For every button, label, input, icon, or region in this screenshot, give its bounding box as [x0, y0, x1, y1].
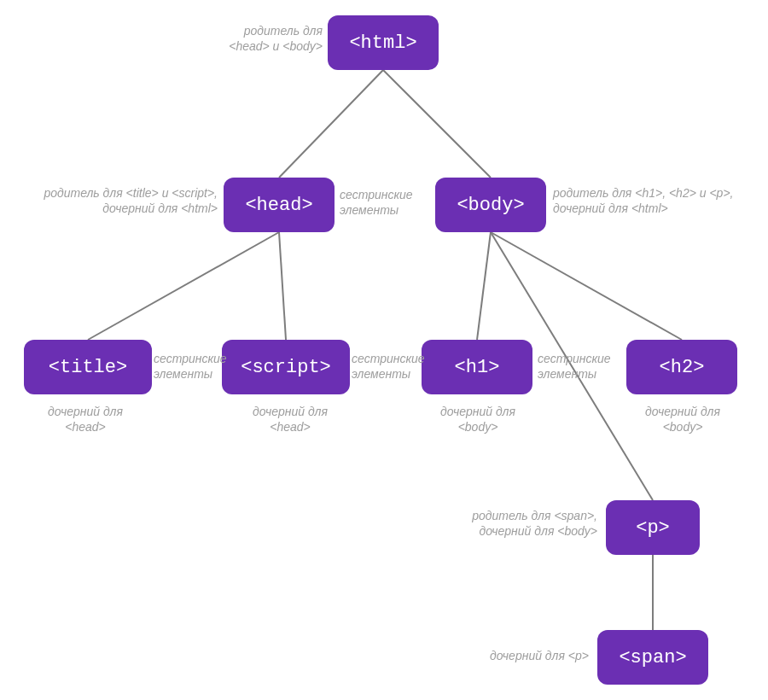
svg-line-3	[279, 232, 286, 340]
node-label: <head>	[245, 195, 312, 216]
node-script: <script>	[222, 340, 350, 394]
svg-line-2	[88, 232, 279, 340]
annotation-html: родитель для<head> и <body>	[213, 24, 323, 54]
annotation-h2-child: дочерний для<body>	[631, 405, 734, 435]
node-body: <body>	[435, 178, 546, 232]
annotation-span: дочерний для <p>	[478, 649, 589, 664]
node-label: <script>	[241, 357, 331, 378]
annotation-siblings-hb: сестринскиеэлементы	[340, 188, 430, 218]
svg-line-0	[279, 70, 383, 178]
svg-line-1	[383, 70, 491, 178]
node-html: <html>	[328, 15, 439, 70]
node-label: <h2>	[660, 357, 705, 378]
annotation-siblings-sh1: сестринскиеэлементы	[352, 352, 420, 382]
node-label: <span>	[619, 647, 686, 668]
node-label: <h1>	[455, 357, 500, 378]
node-p: <p>	[606, 500, 700, 555]
node-label: <title>	[49, 357, 127, 378]
node-title: <title>	[24, 340, 152, 394]
node-label: <p>	[636, 517, 670, 539]
annotation-body: родитель для <h1>, <h2> и <p>,дочерний д…	[553, 186, 749, 216]
annotation-siblings-ts: сестринскиеэлементы	[154, 352, 222, 382]
annotation-head: родитель для <title> и <script>,дочерний…	[26, 186, 218, 216]
node-head: <head>	[224, 178, 335, 232]
annotation-title-child: дочерний для<head>	[34, 405, 137, 435]
svg-line-4	[477, 232, 491, 340]
dom-tree-diagram: { "colors": { "node_bg": "#6b2fb3", "nod…	[0, 0, 768, 700]
annotation-siblings-h1h2: сестринскиеэлементы	[538, 352, 623, 382]
annotation-h1-child: дочерний для<body>	[427, 405, 529, 435]
annotation-script-child: дочерний для<head>	[239, 405, 341, 435]
node-span: <span>	[597, 630, 708, 685]
node-label: <html>	[349, 32, 416, 54]
svg-line-5	[491, 232, 682, 340]
annotation-p: родитель для <span>,дочерний для <body>	[444, 509, 597, 539]
node-h2: <h2>	[626, 340, 737, 394]
node-h1: <h1>	[422, 340, 532, 394]
node-label: <body>	[457, 195, 524, 216]
